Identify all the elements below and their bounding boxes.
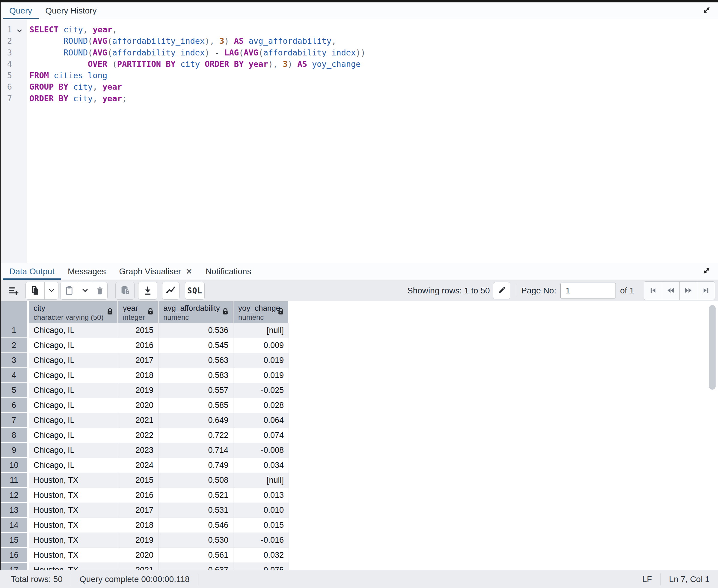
cell-yoy-change[interactable]: 0.034 bbox=[233, 458, 289, 473]
cell-yoy-change[interactable]: 0.009 bbox=[233, 338, 289, 353]
close-icon[interactable]: ✕ bbox=[186, 268, 192, 275]
tab-query-history[interactable]: Query History bbox=[39, 2, 103, 19]
cell-year[interactable]: 2020 bbox=[118, 398, 159, 413]
cell-avg-affordability[interactable]: 0.722 bbox=[159, 428, 233, 443]
cell-year[interactable]: 2021 bbox=[118, 563, 159, 570]
cell-year[interactable]: 2017 bbox=[118, 353, 159, 368]
cell-year[interactable]: 2016 bbox=[118, 338, 159, 353]
cell-city[interactable]: Houston, TX bbox=[29, 548, 118, 563]
cell-year[interactable]: 2024 bbox=[118, 458, 159, 473]
cell-city[interactable]: Chicago, IL bbox=[29, 383, 118, 398]
cell-year[interactable]: 2022 bbox=[118, 428, 159, 443]
cell-year[interactable]: 2020 bbox=[118, 548, 159, 563]
cell-avg-affordability[interactable]: 0.649 bbox=[159, 413, 233, 428]
tab-data-output[interactable]: Data Output bbox=[3, 263, 61, 280]
paste-options-button[interactable] bbox=[78, 282, 92, 299]
paste-button[interactable] bbox=[61, 282, 78, 299]
cell-yoy-change[interactable]: [null] bbox=[233, 473, 289, 488]
row-number-cell[interactable]: 13 bbox=[1, 503, 27, 518]
cell-city[interactable]: Chicago, IL bbox=[29, 458, 118, 473]
cell-city[interactable]: Houston, TX bbox=[29, 473, 118, 488]
page-number-input[interactable] bbox=[561, 282, 616, 299]
cell-city[interactable]: Houston, TX bbox=[29, 488, 118, 503]
next-page-button[interactable] bbox=[679, 282, 697, 300]
row-number-cell[interactable]: 16 bbox=[1, 548, 27, 563]
cell-yoy-change[interactable]: 0.015 bbox=[233, 518, 289, 533]
cell-yoy-change[interactable]: 0.019 bbox=[233, 368, 289, 383]
cell-year[interactable]: 2023 bbox=[118, 443, 159, 458]
column-header-year[interactable]: year integer bbox=[118, 301, 159, 323]
cell-year[interactable]: 2017 bbox=[118, 503, 159, 518]
save-data-changes-button[interactable] bbox=[115, 282, 134, 300]
row-number-cell[interactable]: 1 bbox=[1, 323, 27, 338]
cell-avg-affordability[interactable]: 0.557 bbox=[159, 383, 233, 398]
cell-yoy-change[interactable]: 0.074 bbox=[233, 428, 289, 443]
cell-yoy-change[interactable]: 0.019 bbox=[233, 353, 289, 368]
cell-avg-affordability[interactable]: 0.585 bbox=[159, 398, 233, 413]
cell-city[interactable]: Chicago, IL bbox=[29, 443, 118, 458]
edit-rows-button[interactable] bbox=[493, 282, 510, 299]
row-number-cell[interactable]: 6 bbox=[1, 398, 27, 413]
add-row-button[interactable] bbox=[5, 282, 22, 300]
cell-avg-affordability[interactable]: 0.749 bbox=[159, 458, 233, 473]
cell-city[interactable]: Houston, TX bbox=[29, 503, 118, 518]
tab-graph-visualiser[interactable]: Graph Visualiser ✕ bbox=[113, 263, 199, 280]
column-header-city[interactable]: city character varying (50) bbox=[29, 301, 118, 323]
cell-year[interactable]: 2016 bbox=[118, 488, 159, 503]
tab-query[interactable]: Query bbox=[3, 2, 39, 19]
cell-year[interactable]: 2015 bbox=[118, 473, 159, 488]
row-number-cell[interactable]: 10 bbox=[1, 458, 27, 473]
cell-avg-affordability[interactable]: 0.530 bbox=[159, 533, 233, 548]
grid-vertical-scrollbar[interactable] bbox=[709, 305, 716, 390]
cell-avg-affordability[interactable]: 0.714 bbox=[159, 443, 233, 458]
column-header-yoy-change[interactable]: yoy_change numeric bbox=[233, 301, 289, 323]
delete-row-button[interactable] bbox=[92, 282, 107, 299]
cell-year[interactable]: 2019 bbox=[118, 533, 159, 548]
cell-year[interactable]: 2015 bbox=[118, 323, 159, 338]
cell-avg-affordability[interactable]: 0.508 bbox=[159, 473, 233, 488]
last-page-button[interactable] bbox=[697, 282, 715, 300]
download-results-button[interactable] bbox=[138, 282, 157, 300]
column-header-avg-affordability[interactable]: avg_affordability numeric bbox=[159, 301, 233, 323]
cell-yoy-change[interactable]: 0.013 bbox=[233, 488, 289, 503]
cell-city[interactable]: Chicago, IL bbox=[29, 368, 118, 383]
row-number-cell[interactable]: 8 bbox=[1, 428, 27, 443]
cell-city[interactable]: Houston, TX bbox=[29, 518, 118, 533]
cell-city[interactable]: Chicago, IL bbox=[29, 338, 118, 353]
cell-avg-affordability[interactable]: 0.546 bbox=[159, 518, 233, 533]
cell-avg-affordability[interactable]: 0.583 bbox=[159, 368, 233, 383]
cell-yoy-change[interactable]: -0.016 bbox=[233, 533, 289, 548]
row-number-cell[interactable]: 15 bbox=[1, 533, 27, 548]
cell-year[interactable]: 2018 bbox=[118, 368, 159, 383]
cell-city[interactable]: Chicago, IL bbox=[29, 428, 118, 443]
first-page-button[interactable] bbox=[644, 282, 662, 300]
row-number-cell[interactable]: 11 bbox=[1, 473, 27, 488]
sql-filter-button[interactable]: SQL bbox=[185, 282, 205, 300]
fold-chevron-icon[interactable] bbox=[12, 24, 27, 35]
cell-avg-affordability[interactable]: 0.637 bbox=[159, 563, 233, 570]
cell-avg-affordability[interactable]: 0.563 bbox=[159, 353, 233, 368]
row-number-cell[interactable]: 12 bbox=[1, 488, 27, 503]
row-number-cell[interactable]: 3 bbox=[1, 353, 27, 368]
cell-city[interactable]: Chicago, IL bbox=[29, 323, 118, 338]
tab-messages[interactable]: Messages bbox=[61, 263, 113, 280]
row-number-cell[interactable]: 7 bbox=[1, 413, 27, 428]
row-number-cell[interactable]: 17 bbox=[1, 563, 27, 570]
cell-city[interactable]: Houston, TX bbox=[29, 563, 118, 570]
row-number-cell[interactable]: 4 bbox=[1, 368, 27, 383]
sql-editor[interactable]: 1SELECT city, year,2 ROUND(AVG(affordabi… bbox=[1, 19, 718, 263]
cell-city[interactable]: Chicago, IL bbox=[29, 413, 118, 428]
cell-avg-affordability[interactable]: 0.561 bbox=[159, 548, 233, 563]
cell-city[interactable]: Chicago, IL bbox=[29, 353, 118, 368]
expand-output-panel-button[interactable] bbox=[700, 265, 713, 277]
cell-yoy-change[interactable]: 0.075 bbox=[233, 563, 289, 570]
row-number-cell[interactable]: 14 bbox=[1, 518, 27, 533]
row-number-cell[interactable]: 5 bbox=[1, 383, 27, 398]
tab-notifications[interactable]: Notifications bbox=[199, 263, 258, 280]
previous-page-button[interactable] bbox=[662, 282, 679, 300]
cell-yoy-change[interactable]: 0.028 bbox=[233, 398, 289, 413]
cell-city[interactable]: Chicago, IL bbox=[29, 398, 118, 413]
expand-editor-panel-button[interactable] bbox=[700, 4, 713, 17]
row-number-cell[interactable]: 9 bbox=[1, 443, 27, 458]
cell-avg-affordability[interactable]: 0.531 bbox=[159, 503, 233, 518]
